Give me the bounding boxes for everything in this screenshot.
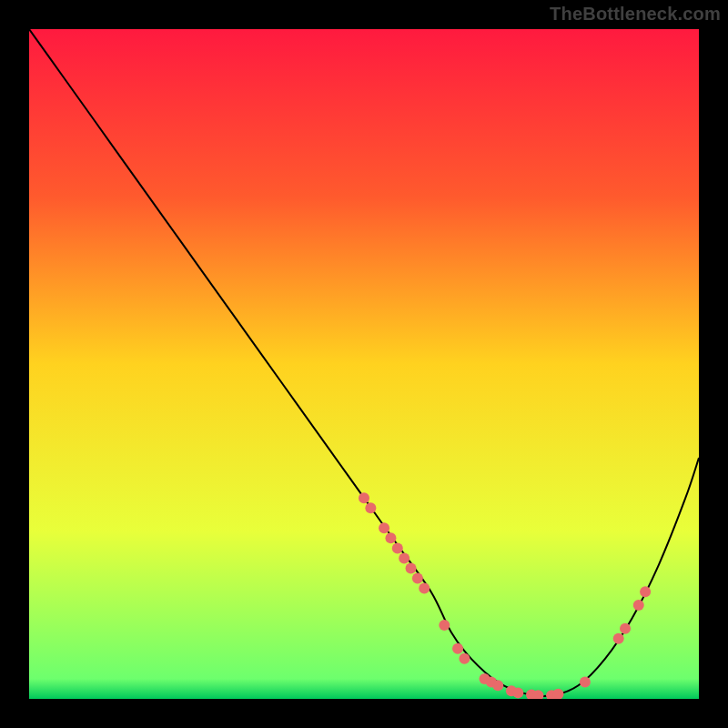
data-point bbox=[439, 620, 450, 631]
data-point bbox=[452, 643, 463, 654]
data-point bbox=[359, 492, 369, 503]
data-point bbox=[459, 653, 470, 664]
data-point bbox=[633, 600, 644, 611]
plot-area bbox=[29, 29, 699, 699]
data-point bbox=[640, 586, 651, 597]
gradient-background bbox=[29, 29, 699, 699]
chart-frame: TheBottleneck.com bbox=[0, 0, 728, 728]
data-point bbox=[512, 687, 523, 698]
data-point bbox=[392, 542, 403, 553]
data-point bbox=[385, 532, 396, 543]
data-point bbox=[580, 677, 591, 688]
watermark-text: TheBottleneck.com bbox=[550, 4, 721, 25]
chart-svg bbox=[29, 29, 699, 699]
data-point bbox=[412, 573, 423, 584]
data-point bbox=[613, 633, 624, 644]
data-point bbox=[492, 680, 503, 691]
data-point bbox=[379, 522, 389, 533]
data-point bbox=[365, 502, 376, 513]
data-point bbox=[399, 552, 410, 563]
data-point bbox=[406, 562, 417, 573]
data-point bbox=[620, 623, 631, 634]
data-point bbox=[419, 583, 430, 594]
